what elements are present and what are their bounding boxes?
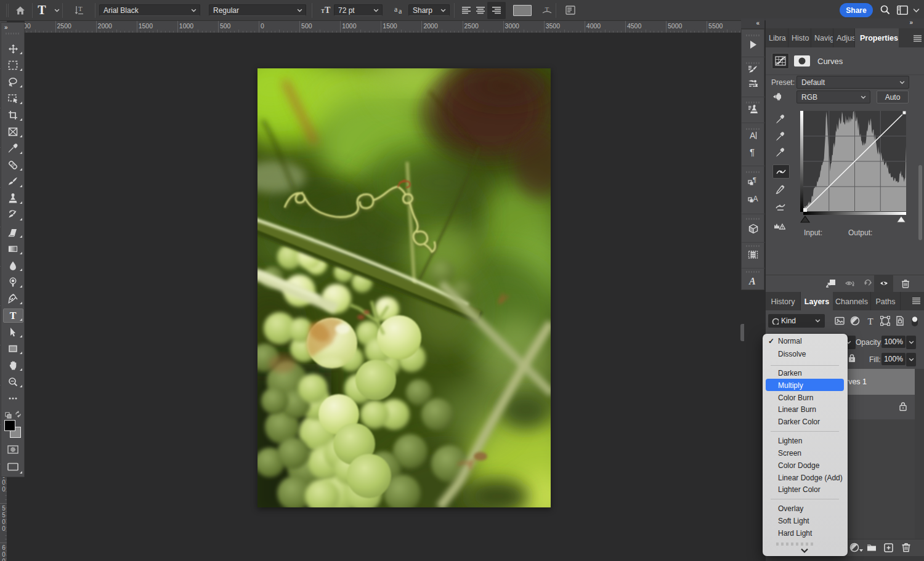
svg-text:T: T	[867, 317, 873, 326]
svg-text:a: a	[399, 7, 402, 15]
svg-text:¶: ¶	[753, 176, 756, 184]
svg-text:A: A	[750, 131, 756, 140]
svg-text:A: A	[753, 195, 758, 203]
svg-text:¶: ¶	[750, 147, 755, 157]
svg-text:T: T	[545, 6, 549, 13]
svg-text:T: T	[325, 6, 331, 15]
svg-text:a: a	[394, 6, 398, 14]
svg-text:T: T	[78, 6, 83, 12]
svg-text:A: A	[748, 276, 756, 286]
svg-text:T: T	[10, 310, 17, 320]
